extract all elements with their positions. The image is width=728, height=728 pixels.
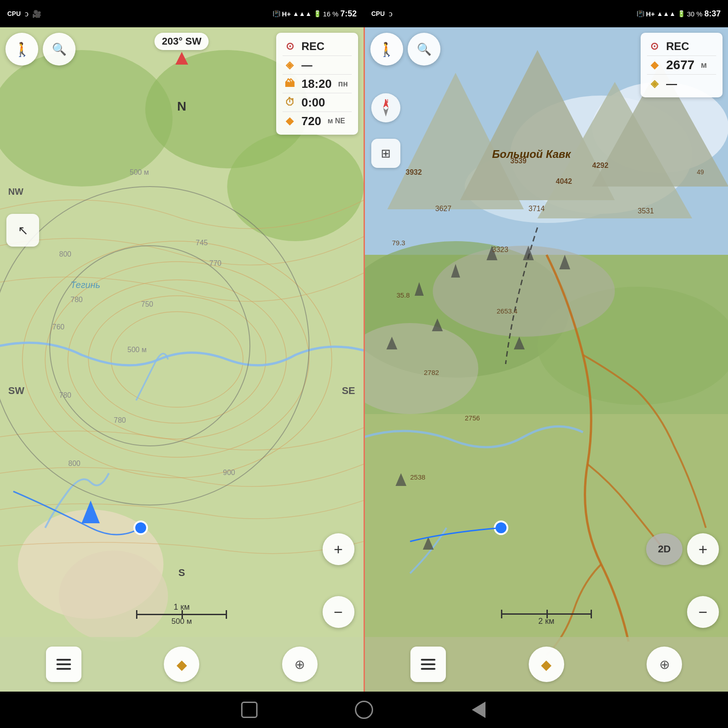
square-icon <box>241 702 258 718</box>
elev-49: 49 <box>697 168 704 176</box>
elev-3627: 3627 <box>435 205 452 213</box>
elev-2782: 2782 <box>424 369 439 376</box>
status-left: CPU ↄ 🎥 <box>0 10 273 18</box>
elev-793: 79.3 <box>392 239 405 247</box>
cpu-label-left: CPU <box>7 10 21 17</box>
cpu-label-right: CPU <box>371 10 385 17</box>
signal-bars-left: ▲▲▲ <box>293 10 312 17</box>
elev-800a: 800 <box>59 250 71 258</box>
right-panel: 3932 3539 4292 4042 3714 3627 3531 3323 … <box>365 27 728 692</box>
search-icon-right: 🔍 <box>417 42 431 56</box>
elev-3714: 3714 <box>529 205 545 213</box>
time-right: 8:37 <box>704 9 721 19</box>
left-panel: 500 м 500 м 800 780 760 750 770 745 780 … <box>0 27 365 692</box>
signal-icon-left: ↄ <box>25 10 29 18</box>
search-icon-left: 🔍 <box>52 42 66 56</box>
mountain-label: Большой Кавк <box>492 148 571 161</box>
circle-icon <box>355 701 373 719</box>
status-bar: CPU ↄ 🎥 📳 H+ ▲▲▲ 🔋 16 % 7:52 CPU ↄ 📳 H+ … <box>0 0 728 27</box>
home-button[interactable] <box>352 698 376 722</box>
battery-icon-left: 🔋 <box>313 10 321 17</box>
battery-left: 16 % <box>323 10 339 18</box>
status-right: CPU ↄ <box>364 10 637 18</box>
vibrate-icon-left: 📳 <box>273 10 280 17</box>
battery-right: 30 % <box>687 10 703 18</box>
walk-mode-button-right[interactable]: 🚶 <box>370 33 403 66</box>
camera-icon-left: 🎥 <box>32 10 41 18</box>
elev-780b: 780 <box>59 391 71 399</box>
main-panels: 500 м 500 м 800 780 760 750 770 745 780 … <box>0 27 728 692</box>
svg-point-13 <box>134 521 147 534</box>
battery-icon-right: 🔋 <box>677 10 685 17</box>
search-button-right[interactable]: 🔍 <box>408 33 440 66</box>
elev-745: 745 <box>196 239 208 247</box>
elev-3531: 3531 <box>638 207 654 215</box>
elev-780c: 780 <box>114 416 126 425</box>
elev-780a: 780 <box>71 296 83 304</box>
elev-2756: 2756 <box>465 414 480 422</box>
back-button[interactable] <box>467 698 490 722</box>
map-right[interactable]: 3932 3539 4292 4042 3714 3627 3531 3323 … <box>365 27 728 692</box>
elev-3932: 3932 <box>406 168 422 177</box>
status-icons-left: 📳 H+ ▲▲▲ 🔋 16 % 7:52 <box>273 9 364 19</box>
elev-358: 35.8 <box>397 291 410 299</box>
walk-mode-button[interactable]: 🚶 <box>5 33 38 66</box>
status-icons-right: 📳 H+ ▲▲▲ 🔋 30 % 8:37 <box>637 9 728 19</box>
topo-svg-right <box>365 27 728 692</box>
bottom-nav <box>0 692 728 728</box>
elev-3323: 3323 <box>492 246 509 254</box>
river-label: Тегинь <box>71 280 100 290</box>
network-right: H+ <box>646 10 655 18</box>
time-left: 7:52 <box>340 9 357 19</box>
walk-icon: 🚶 <box>14 41 30 57</box>
search-button-left[interactable]: 🔍 <box>43 33 76 66</box>
signal-bars-right: ▲▲▲ <box>657 10 676 17</box>
elev-500b: 500 м <box>127 346 147 354</box>
svg-point-5 <box>59 551 168 642</box>
topo-svg-left <box>0 27 364 692</box>
elev-500a: 500 м <box>130 168 149 177</box>
signal-icon-right: ↄ <box>389 10 393 18</box>
elev-800b: 800 <box>68 460 81 468</box>
elev-26534: 2653.4 <box>497 307 518 315</box>
elev-4042: 4042 <box>556 177 572 186</box>
recent-apps-button[interactable] <box>238 698 261 722</box>
elev-750: 750 <box>141 300 153 308</box>
back-icon <box>472 702 485 718</box>
network-left: H+ <box>282 10 291 18</box>
elev-760: 760 <box>52 323 65 331</box>
vibrate-icon-right: 📳 <box>637 10 644 17</box>
svg-rect-27 <box>365 414 728 692</box>
svg-point-3 <box>227 132 363 241</box>
elev-4292: 4292 <box>592 162 609 170</box>
elev-770: 770 <box>209 259 222 268</box>
walk-icon-right: 🚶 <box>378 41 395 57</box>
map-left[interactable]: 500 м 500 м 800 780 760 750 770 745 780 … <box>0 27 364 692</box>
elev-900: 900 <box>223 469 235 477</box>
elev-2538: 2538 <box>410 473 425 481</box>
